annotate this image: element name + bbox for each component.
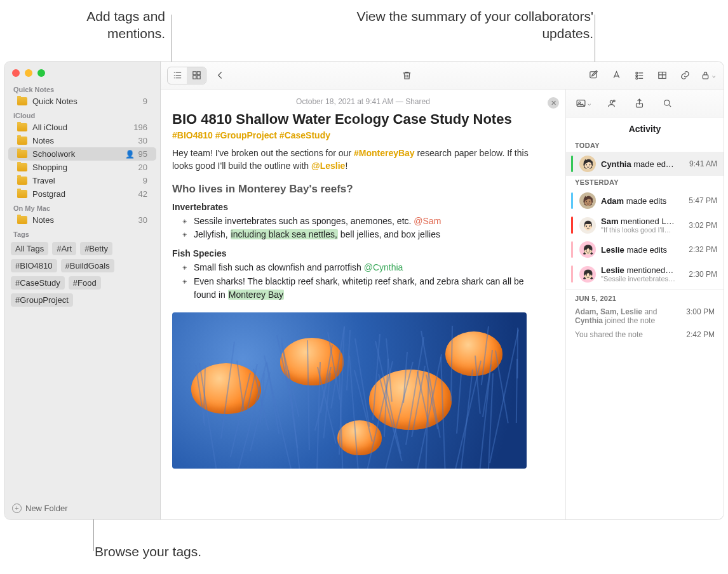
sidebar-item-schoolwork[interactable]: Schoolwork👤95 [8, 147, 156, 161]
svg-rect-4 [590, 72, 596, 78]
callout-tags-mentions: Add tags and mentions. [44, 8, 165, 43]
sidebar-item-all-icloud[interactable]: All iCloud196 [8, 121, 156, 134]
plus-icon: + [12, 504, 22, 513]
sidebar-item-label: Shopping [32, 163, 138, 172]
mention-leslie[interactable]: @Leslie [311, 161, 345, 171]
list-view-button[interactable] [168, 67, 187, 84]
delete-button[interactable] [397, 67, 416, 84]
close-activity-button[interactable]: ✕ [548, 97, 559, 109]
sidebar-item-count: 30 [138, 136, 147, 145]
tag-casestudy[interactable]: #CaseStudy [11, 276, 65, 290]
svg-point-5 [635, 72, 637, 74]
note-area[interactable]: ✕ October 18, 2021 at 9:41 AM — Shared B… [161, 90, 565, 519]
activity-time: 2:30 PM [689, 270, 717, 279]
tag-food[interactable]: #Food [69, 276, 101, 290]
mention-cynthia[interactable]: @Cynthia [364, 262, 403, 272]
checklist-button[interactable] [630, 67, 649, 84]
sidebar-item-count: 196 [133, 123, 147, 132]
sidebar-item-notes[interactable]: Notes30 [8, 134, 156, 147]
search-button[interactable] [657, 95, 677, 112]
activity-toolbar: ⌵ [566, 90, 724, 117]
activity-color-bar [571, 217, 573, 234]
minimize-window-button[interactable] [25, 69, 32, 77]
activity-time: 9:41 AM [689, 159, 717, 168]
activity-section-yesterday: YESTERDAY [566, 176, 724, 189]
hashtag-montereybay[interactable]: #MontereyBay [354, 148, 415, 158]
note-image-jellyfish: /* decorative */ [172, 312, 527, 469]
folder-icon [17, 216, 27, 224]
tag-all tags[interactable]: All Tags [11, 242, 48, 255]
sidebar-item-count: 30 [138, 215, 147, 225]
avatar: 👨🏻 [579, 217, 596, 234]
table-button[interactable] [652, 67, 671, 84]
note-heading-invertebrates: Invertebrates [172, 202, 548, 212]
tag-groupproject[interactable]: #GroupProject [11, 293, 73, 307]
sidebar-tags: All Tags#Art#Betty#BIO4810#BuildGoals#Ca… [4, 239, 160, 309]
svg-rect-2 [192, 76, 196, 79]
note-list-fish: Small fish such as clownfish and parrotf… [172, 261, 548, 302]
sidebar-section-tags: Tags [4, 227, 160, 239]
tag-buildgoals[interactable]: #BuildGoals [61, 259, 114, 272]
activity-item[interactable]: 🧑🏻Cynthia made ed…9:41 AM [566, 152, 724, 176]
note-list-invertebrates: Sessile invertebrates such as sponges, a… [172, 215, 548, 242]
activity-time: 5:47 PM [689, 196, 717, 205]
link-button[interactable] [675, 67, 694, 84]
activity-color-bar [571, 156, 573, 172]
folder-icon [17, 137, 27, 145]
activity-item[interactable]: 👨🏻Sam mentioned L…"If this looks good I'… [566, 213, 724, 237]
tag-art[interactable]: #Art [52, 242, 76, 255]
share-button[interactable] [630, 95, 649, 112]
svg-rect-1 [197, 72, 200, 75]
sidebar-item-label: Postgrad [32, 189, 138, 199]
sidebar-item-label: Travel [32, 176, 143, 185]
media-button[interactable]: ⌵ [574, 95, 593, 112]
sidebar-item-label: Schoolwork [32, 149, 125, 159]
fullscreen-window-button[interactable] [37, 69, 45, 77]
grid-view-button[interactable] [187, 67, 206, 84]
format-button[interactable] [607, 67, 626, 84]
new-folder-button[interactable]: + New Folder [4, 498, 160, 519]
sidebar-section-quicknotes: Quick Notes [4, 82, 160, 95]
activity-older-item: You shared the note2:42 PM [566, 328, 724, 342]
lock-button[interactable]: ⌵ [698, 67, 717, 84]
mention-sam[interactable]: @Sam [414, 216, 441, 226]
activity-item[interactable]: 👧🏻Leslie mentioned…"Sessile invertebrate… [566, 262, 724, 286]
sidebar-item-travel[interactable]: Travel9 [8, 174, 156, 187]
sidebar-item-label: Notes [32, 215, 138, 225]
sidebar-item-count: 20 [138, 163, 147, 172]
sidebar-item-quick-notes[interactable]: Quick Notes 9 [8, 95, 156, 108]
activity-color-bar [571, 265, 573, 283]
activity-section-older: JUN 5, 2021 [566, 292, 724, 305]
close-window-button[interactable] [12, 69, 20, 77]
activity-older-item: Adam, Sam, Leslie and Cynthia joined the… [566, 305, 724, 328]
activity-text: Sam mentioned L…"If this looks good I'll… [601, 217, 681, 234]
list-item: Even sharks! The blacktip reef shark, wh… [186, 275, 548, 302]
activity-panel: ⌵ Activity TODAY 🧑🏻Cynthia made ed…9:41 … [565, 90, 724, 519]
note-meta: October 18, 2021 at 9:41 AM — Shared [161, 97, 565, 111]
note-intro: Hey team! I've broken out the sections f… [172, 147, 548, 173]
content-row: ✕ October 18, 2021 at 9:41 AM — Shared B… [161, 90, 724, 519]
sidebar-item-postgrad[interactable]: Postgrad42 [8, 187, 156, 201]
activity-item[interactable]: 🧑🏽Adam made edits5:47 PM [566, 189, 724, 213]
note-title: BIO 4810 Shallow Water Ecology Case Stud… [172, 111, 548, 128]
compose-button[interactable] [584, 67, 603, 84]
svg-point-7 [635, 77, 637, 79]
avatar: 🧑🏽 [579, 192, 596, 209]
sidebar-item-shopping[interactable]: Shopping20 [8, 161, 156, 174]
activity-item[interactable]: 👧🏻Leslie made edits2:32 PM [566, 237, 724, 262]
folder-icon [17, 97, 27, 105]
tag-bio4810[interactable]: #BIO4810 [11, 259, 57, 272]
sidebar-item-label: Quick Notes [32, 97, 143, 106]
tag-betty[interactable]: #Betty [80, 242, 112, 255]
folder-icon [17, 150, 27, 158]
activity-text: Adam made edits [601, 196, 681, 206]
activity-text: Leslie made edits [601, 245, 681, 255]
sidebar-item-onmymac-notes[interactable]: Notes30 [8, 213, 156, 227]
avatar: 🧑🏻 [579, 156, 596, 172]
note-body: BIO 4810 Shallow Water Ecology Case Stud… [161, 111, 565, 481]
back-button[interactable] [210, 67, 229, 84]
activity-section-today: TODAY [566, 139, 724, 152]
collaborate-button[interactable] [602, 95, 621, 112]
callout-browse-tags: Browse your tags. [95, 543, 201, 560]
svg-point-15 [664, 100, 670, 106]
